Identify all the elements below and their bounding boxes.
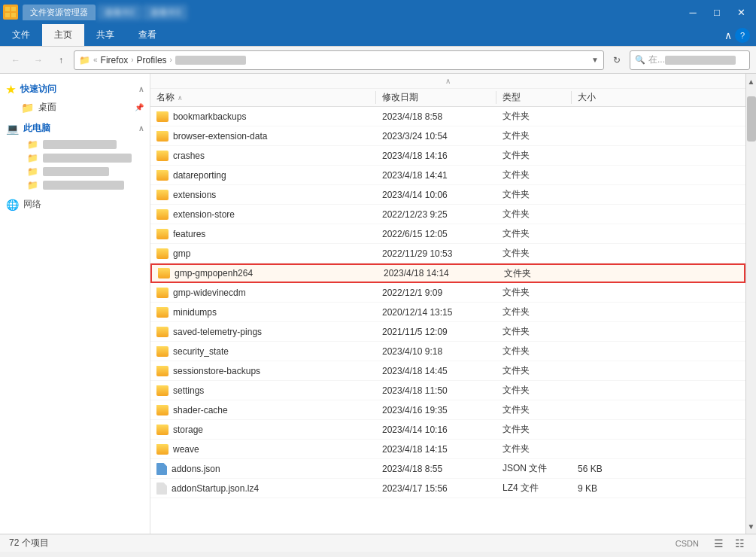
table-row[interactable]: storage 2023/4/14 10:16 文件夹 [150,420,745,440]
sidebar-sub-1[interactable]: 📁 blur [0,138,150,151]
cell-name: security_state [150,346,376,357]
sub-label-blurred-1: blur [43,140,117,149]
path-sep-2: › [170,56,172,64]
quick-access-label: 快速访问 [20,83,56,96]
title-tab-1[interactable]: 文件资源管理器 [23,5,96,20]
up-button[interactable]: ↑ [51,50,71,70]
json-file-icon [156,463,167,475]
sidebar-sub-3[interactable]: 📁 blur [0,165,150,178]
table-row[interactable]: security_state 2023/4/10 9:18 文件夹 [150,342,745,361]
table-row[interactable]: addonStartup.json.lz4 2023/4/17 15:56 LZ… [150,479,745,498]
path-profiles[interactable]: Profiles [137,55,167,65]
cell-name: gmp-widevinecdm [150,288,376,298]
list-view-btn[interactable]: ☰ [711,536,726,551]
back-button[interactable]: ← [6,50,26,70]
table-row[interactable]: extensions 2023/4/14 10:06 文件夹 [150,185,745,205]
table-row[interactable]: weave 2023/4/18 14:15 文件夹 [150,440,745,459]
scroll-down-btn[interactable]: ▼ [746,519,756,534]
maximize-button[interactable]: □ [705,0,729,24]
table-row[interactable]: gmp-widevinecdm 2022/12/1 9:09 文件夹 [150,283,745,303]
col-header-size[interactable]: 大小 [572,91,632,104]
sidebar-sub-2[interactable]: 📁 blur [0,151,150,165]
address-bar: ← → ↑ 📁 « Firefox › Profiles › blurred ▼… [0,47,756,74]
folder-icon [156,444,169,455]
search-box[interactable]: 🔍 在... blurred [630,50,750,70]
file-name: datareporting [173,170,226,181]
scroll-up-btn[interactable]: ▲ [746,74,756,89]
quick-access-header[interactable]: ★ 快速访问 ∧ [0,80,150,99]
minimize-button[interactable]: ─ [681,0,705,24]
sub-label-blurred-2: blur [43,154,132,163]
table-row[interactable]: browser-extension-data 2023/3/24 10:54 文… [150,126,745,146]
table-row[interactable]: features 2022/6/15 12:05 文件夹 [150,224,745,244]
cell-name: sessionstore-backups [150,366,376,376]
table-row[interactable]: datareporting 2023/4/18 14:41 文件夹 [150,166,745,185]
network-header[interactable]: 🌐 网络 [0,195,150,214]
cell-type: 文件夹 [496,169,572,181]
star-icon: ★ [6,84,16,96]
title-tab-3[interactable]: 选项卡3 [143,5,187,20]
cell-name: weave [150,444,376,455]
path-sep-1: › [131,56,133,64]
search-blurred: blurred [665,56,736,65]
table-row[interactable]: gmp-gmpopenh264 2023/4/18 14:14 文件夹 [150,263,745,283]
folder-icon [156,131,169,142]
file-name: features [173,229,205,239]
file-name: gmp-widevinecdm [173,288,246,298]
tab-home[interactable]: 主页 [42,24,84,46]
address-path-box[interactable]: 📁 « Firefox › Profiles › blurred ▼ [74,50,604,70]
table-row[interactable]: sessionstore-backups 2023/4/18 14:45 文件夹 [150,361,745,381]
help-button[interactable]: ? [735,28,750,43]
network-label: 网络 [23,198,41,211]
col-header-type[interactable]: 类型 [496,91,572,104]
cell-type: 文件夹 [496,110,572,123]
cell-date: 2023/4/16 19:35 [376,405,496,415]
cell-type: 文件夹 [496,188,572,201]
svg-rect-3 [11,13,16,17]
cell-date: 2023/4/18 11:50 [376,385,496,396]
scrollbar[interactable]: ▲ ▼ [745,74,756,534]
sub-folder-icon-4: 📁 [27,180,38,190]
table-row[interactable]: extension-store 2022/12/23 9:25 文件夹 [150,205,745,224]
cell-name: minidumps [150,307,376,318]
table-row[interactable]: saved-telemetry-pings 2021/11/5 12:09 文件… [150,322,745,342]
title-tab-2[interactable]: 选项卡2 [97,5,141,20]
table-row[interactable]: addons.json 2023/4/18 8:55 JSON 文件 56 KB [150,459,745,479]
table-row[interactable]: shader-cache 2023/4/16 19:35 文件夹 [150,400,745,420]
tab-file[interactable]: 文件 [0,24,42,46]
this-pc-header[interactable]: 💻 此电脑 ∧ [0,119,150,138]
tab-view[interactable]: 查看 [126,24,169,46]
scroll-thumb[interactable] [747,96,756,142]
path-firefox[interactable]: Firefox [101,55,129,65]
grid-view-btn[interactable]: ☷ [732,536,747,551]
table-row[interactable]: settings 2023/4/18 11:50 文件夹 [150,381,745,400]
cell-size: 9 KB [572,483,632,494]
path-dropdown-btn[interactable]: ▼ [591,56,599,64]
cell-name: extensions [150,190,376,200]
tab-share[interactable]: 共享 [84,24,126,46]
table-row[interactable]: gmp 2022/11/29 10:53 文件夹 [150,244,745,263]
table-row[interactable]: minidumps 2020/12/14 13:15 文件夹 [150,303,745,322]
lz4-file-icon [156,482,167,495]
cell-date: 2021/11/5 12:09 [376,327,496,337]
file-name: minidumps [173,307,217,318]
sort-arrow: ∧ [178,94,183,102]
folder-icon [156,385,169,396]
path-part-separator-1: « [93,56,98,64]
ribbon-tab-bar: 文件 主页 共享 查看 ∧ ? [0,24,756,46]
col-header-name[interactable]: 名称 ∧ [150,91,376,104]
svg-rect-1 [11,7,16,11]
sidebar-sub-4[interactable]: 📁 blur [0,178,150,192]
sidebar-item-desktop[interactable]: 📁 桌面 📌 [0,99,150,116]
close-button[interactable]: ✕ [729,0,753,24]
expand-icon: ∧ [138,85,144,93]
file-rows-container: bookmarkbackups 2023/4/18 8:58 文件夹 brows… [150,107,745,498]
table-row[interactable]: crashes 2023/4/18 14:16 文件夹 [150,146,745,166]
table-row[interactable]: bookmarkbackups 2023/4/18 8:58 文件夹 [150,107,745,126]
refresh-button[interactable]: ↻ [607,50,627,70]
ribbon-collapse-button[interactable]: ∧ [721,26,735,44]
this-pc-section: 💻 此电脑 ∧ 📁 blur 📁 blur 📁 blur 📁 blur [0,119,150,192]
cell-type: 文件夹 [496,306,572,318]
col-header-date[interactable]: 修改日期 [376,91,496,104]
forward-button[interactable]: → [29,50,48,70]
